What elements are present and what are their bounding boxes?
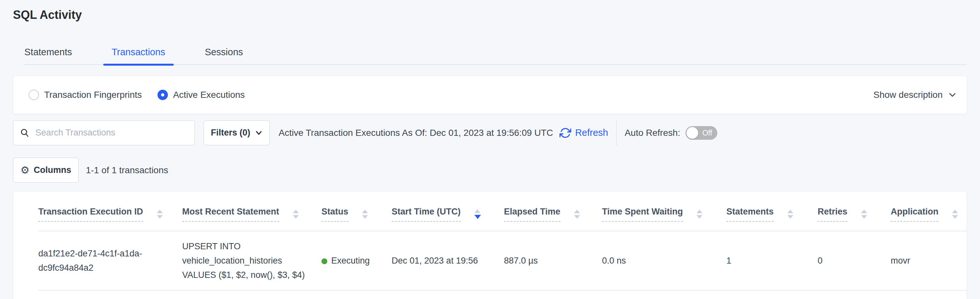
radio-label: Transaction Fingerprints (44, 90, 142, 100)
col-label[interactable]: Transaction Execution ID (38, 207, 143, 222)
col-label[interactable]: Statements (726, 207, 774, 222)
radio-label: Active Executions (173, 90, 245, 100)
sort-icon[interactable] (952, 209, 958, 219)
radio-circle-icon[interactable] (29, 90, 39, 100)
col-header-status[interactable]: Status (321, 192, 391, 231)
status-dot-icon (321, 258, 327, 264)
columns-button[interactable]: ⚙ Columns (13, 158, 79, 183)
cell-time-spent-waiting: 0.0 ns (602, 231, 726, 290)
col-header-start-time[interactable]: Start Time (UTC) (391, 192, 504, 231)
col-header-application[interactable]: Application (891, 192, 967, 231)
result-count: 1-1 of 1 transactions (86, 165, 168, 176)
tab-bar: Statements Transactions Sessions (24, 46, 967, 65)
vertical-divider (616, 120, 617, 146)
search-box[interactable] (13, 120, 195, 145)
status-text: Executing (331, 256, 370, 265)
controls-row: Filters (0) Active Transaction Execution… (13, 120, 967, 145)
table-row[interactable]: da1f21e2-de71-4c1f-a1da-dc9fc94a84a2 UPS… (38, 231, 967, 290)
refresh-label: Refresh (575, 127, 608, 138)
col-header-elapsed-time[interactable]: Elapsed Time (504, 192, 602, 231)
table-toolbar: ⚙ Columns 1-1 of 1 transactions (13, 158, 967, 183)
toggle-knob[interactable] (686, 127, 698, 139)
auto-refresh-toggle[interactable]: Off (686, 126, 717, 140)
sort-icon[interactable] (362, 209, 368, 219)
cell-start-time: Dec 01, 2023 at 19:56 (391, 231, 504, 290)
cell-status: Executing (321, 231, 391, 290)
search-input[interactable] (35, 127, 188, 138)
radio-transaction-fingerprints[interactable]: Transaction Fingerprints (29, 90, 142, 100)
page-title: SQL Activity (13, 8, 967, 22)
tab-sessions[interactable]: Sessions (205, 46, 243, 64)
transactions-table: Transaction Execution ID Most Recent Sta… (38, 192, 967, 291)
sort-icon[interactable] (788, 209, 793, 219)
col-label[interactable]: Time Spent Waiting (602, 207, 683, 222)
show-description-label: Show description (873, 90, 943, 100)
sort-icon[interactable] (157, 209, 163, 219)
chevron-down-icon (948, 90, 957, 99)
show-description-button[interactable]: Show description (873, 90, 957, 100)
columns-label: Columns (34, 165, 72, 175)
col-header-time-spent-waiting[interactable]: Time Spent Waiting (602, 192, 726, 231)
table-header-row: Transaction Execution ID Most Recent Sta… (38, 192, 967, 231)
auto-refresh-label: Auto Refresh: (625, 128, 680, 138)
cell-statements: 1 (726, 231, 818, 290)
cell-application: movr (891, 231, 967, 290)
cell-transaction-execution-id[interactable]: da1f21e2-de71-4c1f-a1da-dc9fc94a84a2 (38, 231, 182, 290)
cell-retries: 0 (818, 231, 891, 290)
as-of-timestamp: Active Transaction Executions As Of: Dec… (278, 128, 553, 138)
col-label[interactable]: Elapsed Time (504, 207, 560, 222)
col-header-most-recent-statement[interactable]: Most Recent Statement (182, 192, 321, 231)
sql-activity-page: SQL Activity Statements Transactions Ses… (0, 8, 980, 299)
tab-transactions[interactable]: Transactions (112, 46, 165, 64)
filters-button[interactable]: Filters (0) (204, 120, 270, 145)
view-mode-card: Transaction Fingerprints Active Executio… (13, 76, 967, 114)
refresh-button[interactable]: Refresh (560, 127, 608, 139)
col-label[interactable]: Retries (818, 207, 848, 222)
sort-icon[interactable] (697, 209, 702, 219)
col-label[interactable]: Start Time (UTC) (391, 207, 461, 222)
col-label[interactable]: Status (321, 207, 348, 222)
tab-statements[interactable]: Statements (24, 46, 72, 64)
radio-active-executions[interactable]: Active Executions (158, 90, 245, 100)
cell-elapsed-time: 887.0 µs (504, 231, 602, 290)
sort-icon[interactable] (861, 209, 867, 219)
gear-icon: ⚙ (21, 165, 30, 175)
toggle-state-label: Off (702, 126, 712, 140)
sort-icon[interactable] (474, 209, 481, 219)
transactions-table-card: Transaction Execution ID Most Recent Sta… (13, 192, 967, 299)
col-header-retries[interactable]: Retries (818, 192, 891, 231)
refresh-icon (560, 127, 571, 139)
col-label[interactable]: Most Recent Statement (182, 207, 279, 222)
cell-most-recent-statement[interactable]: UPSERT INTO vehicle_location_histories V… (182, 231, 321, 290)
search-icon (20, 128, 30, 138)
radio-circle-icon[interactable] (158, 90, 168, 100)
sort-icon[interactable] (574, 209, 580, 219)
col-header-statements[interactable]: Statements (726, 192, 818, 231)
chevron-down-icon (255, 129, 263, 137)
sort-icon[interactable] (293, 209, 299, 219)
filters-label: Filters (0) (211, 128, 250, 138)
col-label[interactable]: Application (891, 207, 939, 222)
col-header-transaction-execution-id[interactable]: Transaction Execution ID (38, 192, 182, 231)
